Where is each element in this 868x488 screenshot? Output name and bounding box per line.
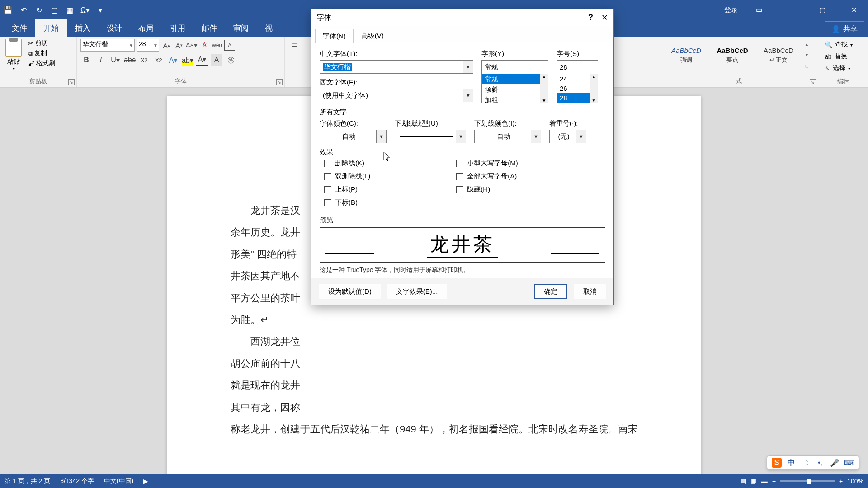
font-style-option-bold[interactable]: 加粗 [482,95,548,105]
underline-color-combo[interactable]: 自动▼ [474,130,541,143]
dialog-tab-font[interactable]: 字体(N) [315,29,354,43]
superscript-button[interactable]: x2 [153,54,165,66]
select-button[interactable]: ↖选择▾ [822,63,864,73]
superscript-checkbox[interactable]: 上标(P) [324,185,370,194]
help-icon[interactable]: ? [588,13,593,23]
tab-design[interactable]: 设计 [99,19,130,37]
style-normal[interactable]: AaBbCcD ↵ 正文 [756,39,801,71]
double-strikethrough-checkbox[interactable]: 双删除线(L) [324,172,370,181]
dialog-tab-advanced[interactable]: 高级(V) [354,28,392,43]
chevron-down-icon[interactable]: ▼ [463,89,473,102]
chevron-down-icon[interactable]: ▼ [463,61,473,73]
font-size-input[interactable]: 28 [557,60,598,74]
subscript-button[interactable]: x2 [138,54,150,66]
bullets-button[interactable]: ☰ [288,39,299,50]
underline-button[interactable]: U▾ [109,54,121,66]
zoom-out-icon[interactable]: − [772,478,776,485]
font-launcher-icon[interactable]: ↘ [276,79,283,85]
tab-mail[interactable]: 邮件 [193,19,225,37]
enclose-char-button[interactable]: ㊕ [225,54,237,66]
chinese-font-combo[interactable]: 华文行楷 ▼ [320,60,473,74]
close-icon[interactable]: ✕ [601,13,608,23]
zoom-level[interactable]: 100% [847,478,863,485]
print-layout-icon[interactable]: ▦ [751,478,757,485]
text-effects-button[interactable]: 文字效果(E)... [387,284,448,299]
styles-more-button[interactable]: ▲▼⊟ [802,39,811,71]
page-indicator[interactable]: 第 1 页，共 2 页 [5,477,50,485]
zoom-slider[interactable] [780,480,835,482]
chevron-down-icon[interactable]: ▼ [531,130,541,143]
font-size-listbox[interactable]: 24 26 28 ▲▼ [557,74,598,103]
tab-insert[interactable]: 插入 [67,19,99,37]
char-shading-button[interactable]: A [211,54,222,66]
western-font-combo[interactable]: (使用中文字体) ▼ [320,89,473,102]
small-caps-checkbox[interactable]: 小型大写字母(M) [456,159,518,168]
find-button[interactable]: 🔍查找▾ [822,40,864,50]
table-icon[interactable]: ▦ [65,5,74,14]
login-link[interactable]: 登录 [724,6,738,14]
font-size-combo[interactable]: 28▼ [137,39,159,52]
font-style-listbox[interactable]: 常规 倾斜 加粗 ▲▼ [481,74,548,103]
set-default-button[interactable]: 设为默认值(D) [319,284,381,299]
scrollbar[interactable]: ▲▼ [540,74,548,103]
ribbon-display-icon[interactable]: ▭ [749,3,769,17]
tab-references[interactable]: 引用 [162,19,193,37]
tab-review[interactable]: 审阅 [225,19,257,37]
cut-button[interactable]: ✂剪切 [26,39,57,48]
char-border-button[interactable]: A [224,40,235,51]
word-count[interactable]: 3/1342 个字 [60,477,94,485]
ime-punct-icon[interactable]: •, [815,458,825,468]
scrollbar[interactable]: ▲▼ [590,74,598,103]
ok-button[interactable]: 确定 [534,284,567,299]
ime-logo-icon[interactable]: S [772,458,782,468]
tab-home[interactable]: 开始 [35,19,67,37]
chevron-down-icon[interactable]: ▼ [376,130,386,143]
phonetic-guide-button[interactable]: wén [212,40,222,51]
tab-file[interactable]: 文件 [4,19,35,37]
copy-button[interactable]: ⧉复制 [26,49,57,58]
dialog-titlebar[interactable]: 字体 ? ✕ [311,9,613,26]
share-button[interactable]: 👤 共享 [825,21,864,37]
web-layout-icon[interactable]: ▬ [761,478,768,485]
font-style-input[interactable]: 常规 [481,60,548,74]
close-icon[interactable]: ✕ [844,3,864,17]
paste-button[interactable]: 粘贴 ▾ [4,39,24,71]
chevron-down-icon[interactable]: ▼ [456,130,466,143]
font-color-button[interactable]: A▾ [196,54,208,66]
font-style-option-regular[interactable]: 常规 [482,74,548,84]
highlight-button[interactable]: ab▾ [182,54,193,66]
text-effects-button[interactable]: A▾ [167,54,179,66]
omega-icon[interactable]: Ω▾ [80,5,90,14]
underline-style-combo[interactable]: ▼ [395,130,466,143]
style-strong[interactable]: AaBbCcD 要点 [710,39,755,71]
redo-icon[interactable]: ↻ [34,5,43,14]
change-case-button[interactable]: Aa▾ [186,40,197,51]
cancel-button[interactable]: 取消 [574,284,606,299]
qat-more-icon[interactable]: ▾ [96,5,105,14]
maximize-icon[interactable]: ▢ [812,3,833,17]
clipboard-launcher-icon[interactable]: ↘ [68,79,75,85]
font-style-option-italic[interactable]: 倾斜 [482,84,548,95]
strikethrough-button[interactable]: abc [124,54,136,66]
grow-font-button[interactable]: A▴ [161,40,172,51]
macro-icon[interactable]: ▶ [143,478,148,485]
tab-view[interactable]: 视 [257,19,281,37]
all-caps-checkbox[interactable]: 全部大写字母(A) [456,172,518,181]
minimize-icon[interactable]: — [780,3,801,17]
read-mode-icon[interactable]: ▤ [741,478,746,485]
emphasis-combo[interactable]: (无)▼ [549,130,586,143]
italic-button[interactable]: I [95,54,107,66]
styles-launcher-icon[interactable]: ↘ [810,79,816,85]
ime-cn-icon[interactable]: 中 [786,458,796,468]
zoom-in-icon[interactable]: + [839,478,843,485]
font-color-combo[interactable]: 自动▼ [320,130,387,143]
style-emphasis[interactable]: AaBbCcD 强调 [664,39,709,71]
shrink-font-button[interactable]: A▾ [174,40,184,51]
strikethrough-checkbox[interactable]: 删除线(K) [324,159,370,168]
undo-icon[interactable]: ↶ [19,5,28,14]
language-indicator[interactable]: 中文(中国) [104,477,133,485]
format-painter-button[interactable]: 🖌格式刷 [26,59,57,68]
tab-layout[interactable]: 布局 [130,19,162,37]
ime-mic-icon[interactable]: 🎤 [830,458,840,468]
clear-format-button[interactable]: A̷ [199,40,210,51]
